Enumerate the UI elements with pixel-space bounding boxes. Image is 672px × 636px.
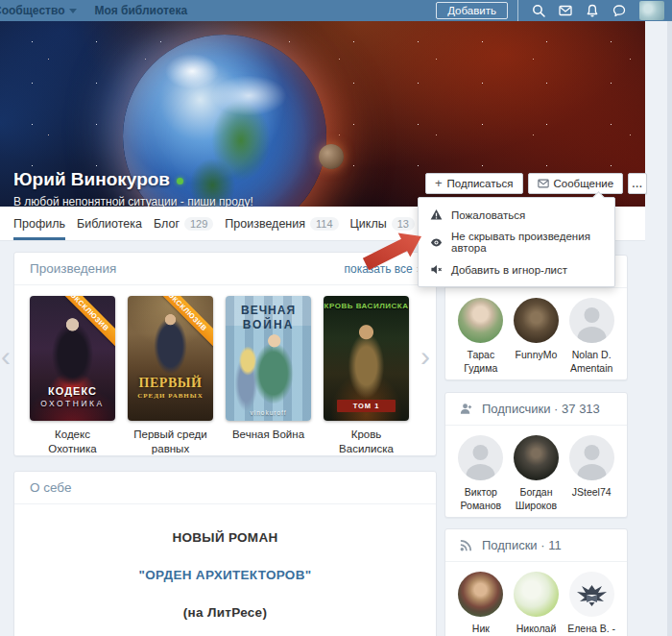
- avatar: [458, 298, 503, 343]
- plus-icon: +: [435, 176, 443, 190]
- avatar: [514, 435, 559, 480]
- avatar: [569, 435, 614, 480]
- subscribe-label: Подписаться: [447, 178, 514, 189]
- tab-works-count: 114: [310, 217, 339, 231]
- community-menu-label: Сообщество: [0, 4, 64, 17]
- add-button[interactable]: Добавить: [436, 2, 508, 19]
- bell-icon[interactable]: [586, 4, 599, 17]
- subscriptions-label[interactable]: Подписки · 11: [482, 538, 562, 552]
- followers-card: Подписчики · 37 313 Виктор Романов Богда…: [444, 392, 628, 518]
- message-label: Сообщение: [554, 178, 614, 189]
- eagle-emblem-icon: [569, 572, 614, 617]
- follower-item[interactable]: Виктор Романов: [453, 435, 509, 512]
- friend-item[interactable]: FunnyMo: [509, 298, 564, 375]
- moon-image: [319, 144, 344, 169]
- book-title[interactable]: Вечная Война: [226, 428, 311, 442]
- rss-icon: [459, 538, 473, 552]
- tab-blog-count: 129: [184, 217, 213, 231]
- more-options-dropdown: Пожаловаться Не скрывать произведения ав…: [418, 197, 615, 287]
- about-title: О себе: [30, 480, 71, 495]
- avatar: [458, 435, 503, 480]
- avatar: [458, 572, 503, 617]
- book-item: ВЕЧНАЯВОЙНА vinokuroff Вечная Война: [226, 296, 311, 456]
- tab-library[interactable]: Библиотека: [77, 207, 142, 240]
- friend-item[interactable]: Тарас Гудима: [453, 298, 509, 375]
- about-line-litres: (на ЛитРесе): [14, 605, 436, 620]
- book-item: ПЕРВЫЙСРЕДИ РАВНЫХ ЭКСКЛЮЗИВ Первый сред…: [128, 296, 213, 456]
- book-title[interactable]: Первый среди равных: [128, 428, 213, 456]
- book-title[interactable]: Кровь Василиска: [324, 428, 409, 456]
- carousel-next-icon[interactable]: ›: [420, 342, 430, 371]
- books-carousel: КОДЕКСОХОТНИКА ЭКСКЛЮЗИВ Кодекс Охотника…: [14, 285, 436, 456]
- book-cover-pervyj-sredi-ravnyh[interactable]: ПЕРВЫЙСРЕДИ РАВНЫХ ЭКСКЛЮЗИВ: [128, 296, 213, 421]
- followers-label[interactable]: Подписчики · 37 313: [482, 402, 600, 416]
- follower-item[interactable]: JSteel74: [564, 435, 619, 512]
- menu-item-report[interactable]: Пожаловаться: [419, 204, 614, 226]
- eye-icon: [430, 236, 443, 249]
- works-card: Произведения показать все › КОДЕКСОХОТНИ…: [13, 252, 437, 456]
- subscription-item[interactable]: Елена В. -: [564, 572, 619, 636]
- subscriptions-card: Подписки · 11 Ник Перумов Николай Елена …: [444, 528, 628, 636]
- carousel-prev-icon[interactable]: ‹: [1, 342, 11, 371]
- scrollbar[interactable]: [667, 21, 672, 636]
- about-novel-link[interactable]: "ОРДЕН АРХИТЕКТОРОВ": [14, 568, 436, 582]
- book-item: КРОВЬ ВАСИЛИСКА ТОМ 1 Кровь Василиска: [324, 296, 409, 456]
- tab-profile[interactable]: Профиль: [13, 207, 65, 240]
- subscribe-button[interactable]: + Подписаться: [425, 173, 523, 194]
- friend-item[interactable]: Nolan D. Amentain: [564, 298, 619, 375]
- profile-name: Юрий Винокуров: [13, 169, 183, 190]
- envelope-icon: [538, 178, 549, 189]
- profile-tagline: В любой непонятной ситуации - пиши проду…: [13, 195, 253, 207]
- mute-icon: [430, 263, 443, 276]
- tab-works[interactable]: Произведения114: [225, 207, 338, 240]
- exclusive-badge: ЭКСКЛЮЗИВ: [148, 296, 213, 352]
- top-navigation-bar: Сообщество Моя библиотека Добавить: [0, 0, 672, 21]
- avatar: [569, 298, 614, 343]
- online-indicator: [177, 178, 183, 184]
- my-library-link[interactable]: Моя библиотека: [94, 4, 187, 17]
- divider: [517, 0, 518, 21]
- caret-down-icon: [69, 9, 77, 13]
- avatar: [514, 298, 559, 343]
- user-avatar[interactable]: [639, 1, 664, 20]
- follower-item[interactable]: Богдан Широков: [509, 435, 564, 512]
- red-arrow-annotation: [362, 220, 423, 274]
- page: Сообщество Моя библиотека Добавить Юрий …: [0, 0, 672, 636]
- community-menu[interactable]: Сообщество: [0, 4, 77, 17]
- search-icon[interactable]: [532, 4, 545, 17]
- profile-actions: + Подписаться Сообщение ...: [425, 173, 647, 194]
- menu-item-ignore-list[interactable]: Добавить в игнор-лист: [419, 258, 614, 281]
- exclusive-badge: ЭКСКЛЮЗИВ: [50, 296, 115, 352]
- about-line-new-novel: НОВЫЙ РОМАН: [14, 530, 436, 545]
- subscription-item[interactable]: Николай: [509, 572, 564, 636]
- more-options-button[interactable]: ...: [628, 173, 647, 194]
- works-title: Произведения: [30, 261, 116, 276]
- tab-blog[interactable]: Блог129: [154, 207, 213, 240]
- message-button[interactable]: Сообщение: [528, 173, 624, 194]
- book-cover-krov-vasiliska[interactable]: КРОВЬ ВАСИЛИСКА ТОМ 1: [324, 296, 409, 421]
- book-title[interactable]: Кодекс Охотника: [30, 428, 115, 456]
- warning-icon: [430, 208, 443, 221]
- profile-name-text: Юрий Винокуров: [13, 169, 170, 190]
- followers-icon: [459, 402, 473, 416]
- avatar: [514, 572, 559, 617]
- book-cover-vechnaya-vojna[interactable]: ВЕЧНАЯВОЙНА vinokuroff: [226, 296, 311, 421]
- subscription-item[interactable]: Ник Перумов: [453, 572, 509, 636]
- book-item: КОДЕКСОХОТНИКА ЭКСКЛЮЗИВ Кодекс Охотника: [30, 296, 115, 456]
- menu-item-unhide-works[interactable]: Не скрывать произведения автора: [419, 226, 614, 258]
- chat-icon[interactable]: [612, 4, 626, 17]
- book-cover-kodeks-ohotnika[interactable]: КОДЕКСОХОТНИКА ЭКСКЛЮЗИВ: [30, 296, 115, 421]
- about-card: О себе НОВЫЙ РОМАН "ОРДЕН АРХИТЕКТОРОВ" …: [13, 471, 437, 636]
- mail-icon[interactable]: [559, 4, 572, 17]
- avatar: [569, 572, 614, 617]
